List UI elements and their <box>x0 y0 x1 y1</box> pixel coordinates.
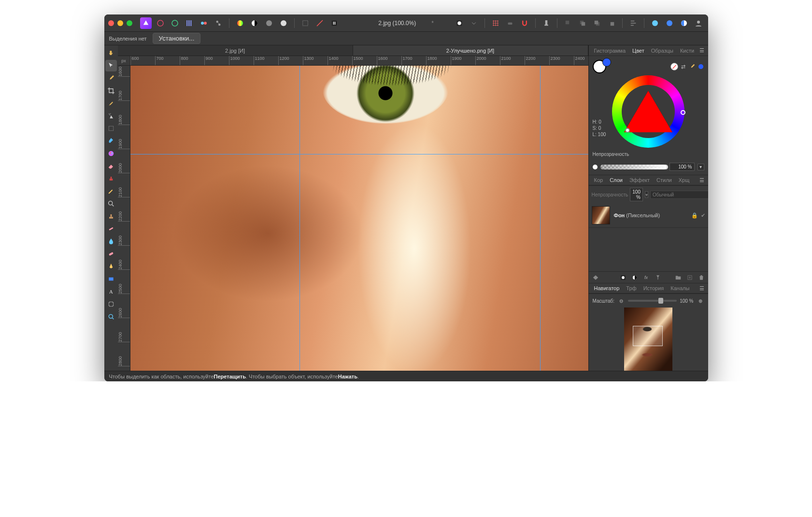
spray-tool-icon[interactable] <box>105 110 117 122</box>
zoom-in-icon[interactable]: ⊕ <box>697 297 704 305</box>
live-filter-icon[interactable] <box>654 274 662 281</box>
blur-tool-icon[interactable] <box>105 236 117 247</box>
background-swatch[interactable] <box>602 58 611 67</box>
dropdown-icon[interactable] <box>468 17 480 29</box>
brush-tool-icon[interactable] <box>105 98 117 109</box>
opacity-dropdown-icon[interactable]: ▾ <box>698 164 704 170</box>
guide-vertical[interactable] <box>540 66 541 371</box>
flood-select-tool-icon[interactable] <box>105 135 117 147</box>
minimize-window-icon[interactable] <box>117 20 123 26</box>
zoom-tool-icon[interactable] <box>105 198 117 210</box>
layer-opacity-dropdown-icon[interactable]: ▾ <box>645 191 648 198</box>
zoom-out-icon[interactable]: ⊖ <box>617 297 625 305</box>
layers-icon[interactable] <box>678 17 690 29</box>
blend-ranges-icon[interactable] <box>592 274 599 281</box>
arrange-front-icon[interactable] <box>606 17 617 29</box>
paint-mixer-tool-icon[interactable] <box>105 148 117 159</box>
opacity-value[interactable]: 100 % <box>670 163 695 171</box>
persona-develop-icon[interactable] <box>184 17 195 29</box>
delete-layer-icon[interactable] <box>698 274 705 281</box>
panel-menu-icon[interactable]: ☰ <box>698 175 706 185</box>
tab-layers[interactable]: Слои <box>606 175 626 185</box>
panel-menu-icon[interactable]: ☰ <box>698 283 706 293</box>
panel-menu-icon[interactable]: ☰ <box>698 45 706 56</box>
view-zoom-tool-icon[interactable] <box>105 311 117 322</box>
document-tab[interactable]: 2-Улучшено.png [И] <box>353 45 588 56</box>
eraser-tool-icon[interactable] <box>105 160 117 172</box>
text-tool-icon[interactable]: A <box>105 286 117 297</box>
crop-tool-icon[interactable] <box>105 85 117 97</box>
canvas[interactable] <box>130 66 588 371</box>
adjustment-bw-icon[interactable] <box>249 17 260 29</box>
colour-wheel[interactable] <box>612 75 684 148</box>
quickmask-icon[interactable] <box>328 17 340 29</box>
mask-icon[interactable] <box>454 17 465 29</box>
tab-effects[interactable]: Эффект <box>626 175 653 185</box>
guide-vertical[interactable] <box>299 66 300 371</box>
sl-handle[interactable] <box>625 128 630 133</box>
tab-swatches[interactable]: Образцы <box>648 46 677 56</box>
clone-tool-icon[interactable] <box>105 173 117 184</box>
navigator-thumbnail[interactable] <box>624 307 672 371</box>
user-icon[interactable] <box>693 17 704 29</box>
hand-tool-icon[interactable] <box>105 47 117 59</box>
adjustment-hsl-icon[interactable] <box>234 17 246 29</box>
marquee-tool-icon[interactable] <box>105 123 117 134</box>
fx-layer-icon[interactable]: fx <box>642 274 650 281</box>
colour-picker-tool-icon[interactable] <box>105 72 117 84</box>
selection-rect-icon[interactable] <box>299 17 311 29</box>
persona-photo-icon[interactable] <box>155 17 166 29</box>
tab-navigator[interactable]: Навигатор <box>591 283 623 293</box>
layer-row[interactable]: Фон (Пиксельный) 🔒 ✔ <box>589 203 708 228</box>
mesh-tool-icon[interactable] <box>105 298 117 310</box>
maximize-window-icon[interactable] <box>127 20 132 26</box>
assistant-icon[interactable] <box>541 17 552 29</box>
swap-swatch-icon[interactable]: ⇄ <box>680 63 687 70</box>
tab-brushes[interactable]: Кисти <box>677 46 698 56</box>
tab-colour[interactable]: Цвет <box>629 46 648 56</box>
arrange-back-icon[interactable] <box>562 17 574 29</box>
ruler-vertical[interactable]: 1600170018001900200021002200230024002500… <box>118 66 130 371</box>
tab-styles[interactable]: Стили <box>653 175 675 185</box>
visibility-check-icon[interactable]: ✔ <box>701 212 705 219</box>
snapping-toggle-icon[interactable] <box>504 17 516 29</box>
add-layer-icon[interactable] <box>686 274 694 281</box>
slider-knob[interactable] <box>658 298 663 304</box>
stamp-tool-icon[interactable] <box>105 210 117 222</box>
pen-tool-icon[interactable] <box>105 261 117 272</box>
hue-handle[interactable] <box>681 110 685 115</box>
blend-mode-select[interactable] <box>650 191 708 199</box>
eyedropper-icon[interactable] <box>689 63 696 70</box>
persona-export-icon[interactable] <box>213 17 224 29</box>
arrange-backward-icon[interactable] <box>577 17 588 29</box>
tab-history[interactable]: История <box>640 283 668 293</box>
adjustment-levels-icon[interactable] <box>263 17 275 29</box>
navigator-viewport[interactable] <box>633 326 663 346</box>
opacity-slider[interactable] <box>600 165 667 169</box>
layer-opacity-value[interactable]: 100 % <box>630 188 643 201</box>
mask-layer-icon[interactable] <box>619 274 627 281</box>
adjustment-curves-icon[interactable] <box>278 17 289 29</box>
slider-knob[interactable] <box>663 164 669 170</box>
tab-transform[interactable]: Трф <box>623 283 640 293</box>
arrange-forward-icon[interactable] <box>591 17 603 29</box>
colour-chip-icon[interactable] <box>698 63 704 70</box>
help-icon[interactable] <box>664 17 675 29</box>
patch-tool-icon[interactable] <box>105 248 117 260</box>
tab-histogram[interactable]: Гистограмма <box>591 46 629 56</box>
account-icon[interactable] <box>649 17 661 29</box>
none-swatch-icon[interactable] <box>670 63 678 70</box>
document-tab[interactable]: 2.jpg [И] <box>118 45 353 56</box>
snapping-magnet-icon[interactable] <box>519 17 530 29</box>
close-window-icon[interactable] <box>108 20 114 26</box>
selection-refine-icon[interactable] <box>314 17 326 29</box>
guide-horizontal[interactable] <box>130 154 588 154</box>
tab-channels[interactable]: Каналы <box>667 283 693 293</box>
ruler-horizontal[interactable]: 6007008009001000110012001300140015001600… <box>130 56 588 66</box>
persona-liquify-icon[interactable] <box>169 17 181 29</box>
align-left-icon[interactable] <box>627 17 639 29</box>
tab-adjustments[interactable]: Кор <box>591 175 607 185</box>
grid-icon[interactable] <box>490 17 501 29</box>
colour-triangle[interactable] <box>624 91 672 132</box>
lock-icon[interactable]: 🔒 <box>691 212 698 219</box>
